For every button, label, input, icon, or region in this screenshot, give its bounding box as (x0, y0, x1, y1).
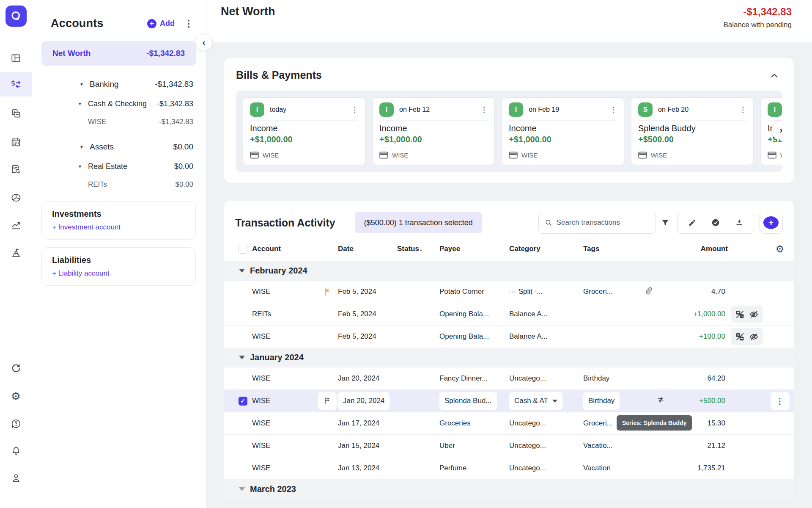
row-action-icons[interactable] (731, 306, 763, 323)
sidebar-item-accounts[interactable] (0, 101, 32, 125)
group-header-february-2024[interactable]: February 2024 (224, 261, 794, 280)
header-balance: -$1,342.83 (723, 6, 792, 18)
caret-down-icon[interactable]: ▾ (79, 101, 85, 107)
sidebar-item-pie-chart[interactable] (0, 185, 32, 210)
sidebar-account-wise[interactable]: WISE -$1,342.83 (32, 113, 206, 131)
bill-card-income[interactable]: I on Feb 19 ⋮ Income +$1,000.00 WISE (502, 97, 624, 165)
sidebar-item-dashboard[interactable] (0, 46, 32, 70)
filter-button[interactable] (656, 212, 675, 234)
sidebar-account-assets[interactable]: ▾ Assets $0.00 (32, 137, 206, 157)
bank-card-icon (638, 152, 647, 159)
caret-down-icon[interactable]: ▾ (80, 81, 86, 87)
sidebar-account-real-estate[interactable]: ▾ Real Estate $0.00 (32, 157, 206, 176)
search-box[interactable] (538, 212, 656, 234)
add-investments-link[interactable]: + Investment account (52, 223, 185, 232)
sidebar-item-review[interactable] (0, 157, 32, 181)
payee-badge: I (509, 102, 523, 117)
bank-card-icon (379, 152, 388, 159)
payee-badge: I (250, 102, 264, 117)
column-date[interactable]: Date (338, 245, 397, 253)
settings-icon[interactable]: ⚙ (0, 384, 32, 409)
add-account-button[interactable]: + Add (147, 19, 175, 28)
transaction-row[interactable]: WISE Jan 13, 2024 Perfume Uncatego... Va… (224, 457, 794, 479)
attachment[interactable] (644, 286, 653, 298)
bill-card-splenda-buddy[interactable]: S on Feb 20 ⋮ Splenda Buddy +$500.00 WIS… (631, 97, 754, 165)
caret-down-icon[interactable]: ▾ (79, 163, 85, 169)
kebab-menu-icon[interactable]: ⋮ (739, 105, 746, 114)
kebab-menu-icon[interactable]: ⋮ (351, 105, 358, 114)
row-action-icons[interactable] (731, 328, 763, 345)
notifications-icon[interactable] (0, 439, 32, 463)
recurring (656, 395, 666, 407)
row-kebab-menu[interactable]: ⋮ (771, 392, 790, 410)
page-title: Net Worth (221, 5, 275, 18)
amount-cell: 1,735.21 (675, 464, 728, 472)
sidebar-item-net-worth[interactable]: Net Worth -$1,342.83 (41, 41, 196, 66)
transaction-row[interactable]: REITs Feb 5, 2024 Opening Bala... Balanc… (224, 303, 794, 325)
bill-card-income[interactable]: I on Feb 12 ⋮ Income +$1,000.00 WISE (372, 97, 495, 165)
sidebar-title: Accounts (51, 17, 104, 30)
collapse-section-icon[interactable] (769, 71, 779, 83)
bill-card-income[interactable]: I today ⋮ Income +$1,000.00 WISE (243, 97, 365, 165)
hide-icon (749, 332, 759, 342)
caret-down-icon[interactable]: ▾ (80, 144, 86, 150)
bank-card-icon (509, 152, 518, 159)
refresh-icon[interactable] (0, 356, 32, 381)
flag-cell[interactable] (318, 392, 337, 410)
transaction-row[interactable]: WISE Feb 5, 2024 Potato Corner --- Split… (224, 280, 794, 303)
bills-payments-section: Bills & Payments I today ⋮ Income +$1,00… (224, 58, 794, 183)
kebab-menu-icon[interactable]: ⋮ (610, 105, 617, 114)
check-circle-icon (711, 218, 720, 227)
transaction-row[interactable]: WISE Jan 15, 2024 Uber Uncatego... Vacat… (224, 434, 794, 457)
transaction-row[interactable]: WISE Jan 20, 2024 Fancy Dinner... Uncate… (224, 367, 794, 389)
column-account[interactable]: Account (252, 245, 317, 253)
app-logo[interactable] (5, 6, 27, 27)
edit-button[interactable] (680, 212, 704, 234)
add-transaction-button[interactable]: + (759, 212, 783, 234)
group-header-january-2024[interactable]: January 2024 (224, 348, 794, 367)
search-input[interactable] (557, 218, 650, 227)
column-amount[interactable]: Amount (675, 245, 728, 253)
amount-cell: 4.70 (675, 287, 728, 296)
column-tags[interactable]: Tags (583, 245, 638, 253)
sidebar-kebab-menu[interactable]: ⋮ (184, 18, 193, 29)
sidebar-item-transactions[interactable] (0, 72, 32, 97)
transaction-row[interactable]: WISE Jan 17, 2024 Groceries Uncatego... … (224, 412, 794, 434)
sidebar-account-banking[interactable]: ▾ Banking -$1,342.83 (32, 74, 206, 94)
row-checkbox[interactable]: ✓ (239, 397, 247, 406)
approve-button[interactable] (704, 212, 727, 234)
sidebar-item-calendar[interactable] (0, 130, 32, 154)
column-payee[interactable]: Payee (439, 245, 509, 253)
page-header: Net Worth -$1,342.83 Balance with pendin… (206, 0, 812, 42)
recurring-icon (656, 395, 666, 405)
download-button[interactable] (727, 212, 751, 234)
net-worth-value: -$1,342.83 (146, 49, 185, 58)
plus-icon: + (763, 216, 779, 229)
profile-icon[interactable] (0, 466, 32, 490)
dropdown-arrow-icon (552, 400, 557, 403)
tags-cell[interactable]: Birthday (583, 392, 620, 410)
accounts-sidebar: Accounts + Add ⋮ Net Worth -$1,342.83 ▾ … (32, 0, 206, 508)
column-category[interactable]: Category (509, 245, 583, 253)
column-settings[interactable]: ⚙ (766, 244, 794, 254)
transaction-row[interactable]: WISE Feb 5, 2024 Opening Bala... Balance… (224, 325, 794, 348)
sidebar-account-cash-checking[interactable]: ▾ Cash & Checking -$1,342.83 (32, 94, 206, 113)
flag-icon (323, 397, 332, 405)
sidebar-collapse-button[interactable]: ‹ (195, 33, 213, 51)
kebab-menu-icon[interactable]: ⋮ (480, 105, 488, 114)
select-all-checkbox[interactable] (239, 245, 247, 254)
transaction-row[interactable]: ✓ WISE Jan 20, 2024 Splenda Bud... Cash … (224, 389, 794, 412)
group-header-march-2023[interactable]: March 2023 (224, 479, 794, 499)
date-cell[interactable]: Jan 20, 2024 (338, 392, 390, 410)
column-status[interactable]: Status↓ (397, 245, 439, 253)
sidebar-item-goals[interactable] (0, 240, 32, 265)
sidebar-account-reits[interactable]: REITs $0.00 (32, 176, 206, 193)
caret-down-icon (239, 487, 245, 491)
payee-cell[interactable]: Splenda Bud... (439, 392, 497, 410)
selection-pill[interactable]: ($500.00) 1 transaction selected (355, 212, 482, 233)
add-liabilities-link[interactable]: + Liability account (52, 269, 185, 278)
help-icon[interactable] (0, 411, 32, 436)
category-cell[interactable]: Cash & AT (509, 392, 562, 410)
sidebar-item-trends[interactable] (0, 213, 32, 237)
filter-icon (661, 218, 670, 227)
